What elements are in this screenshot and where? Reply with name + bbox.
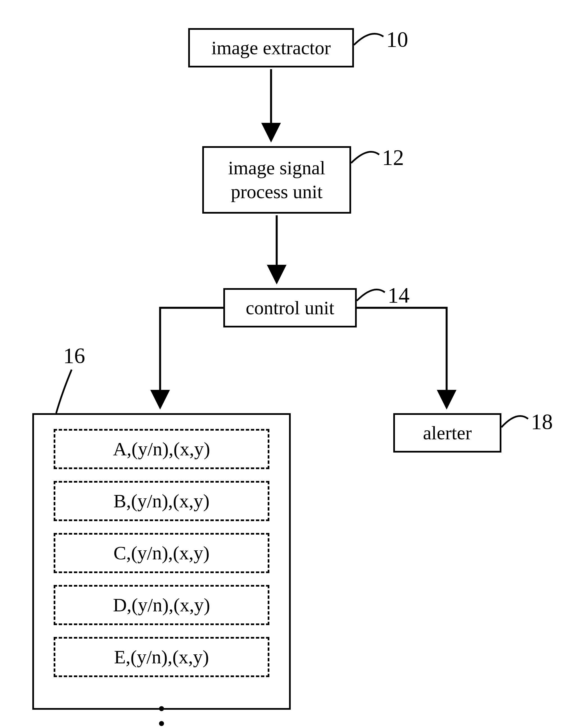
leader-14 bbox=[357, 289, 385, 301]
block-alerter: alerter bbox=[393, 413, 501, 452]
block-image-extractor-label: image extractor bbox=[211, 36, 331, 60]
block-control-unit-label: control unit bbox=[246, 296, 334, 320]
leader-18 bbox=[501, 416, 528, 427]
ref-14: 14 bbox=[387, 283, 410, 308]
storage-item-label: E,(y/n),(x,y) bbox=[114, 646, 209, 668]
ref-12: 12 bbox=[382, 145, 404, 170]
arrow-control-to-alerter bbox=[357, 308, 447, 408]
leader-16 bbox=[56, 370, 72, 413]
block-control-unit: control unit bbox=[223, 288, 357, 327]
ellipsis-dots: ... bbox=[54, 689, 269, 728]
ref-10: 10 bbox=[386, 27, 408, 52]
storage-item-label: C,(y/n),(x,y) bbox=[113, 542, 209, 564]
ref-16: 16 bbox=[63, 343, 85, 368]
storage-item: E,(y/n),(x,y) bbox=[54, 637, 269, 677]
leader-12 bbox=[351, 152, 379, 163]
storage-item-label: A,(y/n),(x,y) bbox=[113, 438, 210, 460]
block-storage: A,(y/n),(x,y) B,(y/n),(x,y) C,(y/n),(x,y… bbox=[32, 413, 291, 710]
storage-item: B,(y/n),(x,y) bbox=[54, 481, 269, 521]
storage-item: A,(y/n),(x,y) bbox=[54, 429, 269, 469]
storage-item-label: D,(y/n),(x,y) bbox=[113, 594, 210, 615]
storage-item: D,(y/n),(x,y) bbox=[54, 585, 269, 625]
storage-item: C,(y/n),(x,y) bbox=[54, 533, 269, 573]
diagram-canvas: image extractor 10 image signal process … bbox=[0, 0, 575, 728]
block-isp: image signal process unit bbox=[202, 146, 351, 214]
arrow-control-to-storage bbox=[160, 308, 223, 408]
block-image-extractor: image extractor bbox=[188, 28, 354, 67]
block-alerter-label: alerter bbox=[423, 421, 472, 445]
ref-18: 18 bbox=[531, 409, 553, 434]
leader-10 bbox=[354, 34, 383, 45]
storage-item-label: B,(y/n),(x,y) bbox=[113, 490, 209, 512]
block-isp-label: image signal process unit bbox=[228, 156, 325, 204]
